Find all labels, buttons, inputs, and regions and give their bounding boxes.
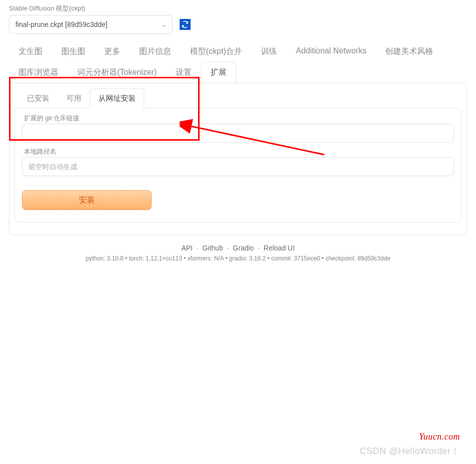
model-label: Stable Diffusion 模型(ckpt) [9, 4, 467, 13]
extensions-panel: 已安装 可用 从网址安装 扩展的 git 仓库链接 本地路径名 安装 [9, 83, 467, 235]
tab-img2img[interactable]: 图生图 [52, 41, 95, 62]
tab-tokenizer[interactable]: 词元分析器(Tokenizer) [68, 62, 166, 83]
repo-url-label: 扩展的 git 仓库链接 [24, 114, 454, 123]
local-path-input[interactable] [22, 157, 454, 176]
local-path-label: 本地路径名 [24, 148, 454, 156]
model-select-value: final-prune.ckpt [89d59c3dde] [15, 20, 107, 28]
version-info: python: 3.10.8 • torch: 1.12.1+cu113 • x… [0, 255, 476, 262]
tab-gallery-browser[interactable]: 图库浏览器 [9, 62, 68, 83]
install-from-url-panel: 扩展的 git 仓库链接 本地路径名 安装 [14, 108, 462, 223]
install-button[interactable]: 安装 [22, 190, 152, 210]
extensions-sub-tabs: 已安装 可用 从网址安装 [14, 88, 462, 108]
footer-link-api[interactable]: API [181, 244, 193, 252]
footer-link-gradio[interactable]: Gradio [233, 244, 254, 252]
tab-image-info[interactable]: 图片信息 [130, 41, 181, 62]
tab-more[interactable]: 更多 [95, 41, 130, 62]
model-select[interactable]: final-prune.ckpt [89d59c3dde] ⌵ [9, 15, 173, 34]
chevron-down-icon: ⌵ [162, 20, 166, 28]
repo-url-input[interactable] [22, 124, 454, 143]
footer-link-github[interactable]: Github [203, 244, 223, 252]
tab-settings[interactable]: 设置 [166, 62, 201, 83]
tab-train[interactable]: 训练 [251, 41, 286, 62]
tab-additional-networks[interactable]: Additional Networks [286, 41, 376, 62]
tab-checkpoint-merge[interactable]: 模型(ckpt)合并 [181, 41, 251, 62]
subtab-available[interactable]: 可用 [58, 88, 90, 108]
main-tabs: 文生图 图生图 更多 图片信息 模型(ckpt)合并 训练 Additional… [0, 41, 476, 83]
footer: API · Github · Gradio · Reload UI python… [0, 244, 476, 262]
subtab-install-from-url[interactable]: 从网址安装 [90, 88, 144, 108]
footer-link-reload-ui[interactable]: Reload UI [263, 244, 294, 252]
refresh-icon [182, 21, 189, 28]
watermark-csdn: CSDN @HelloWorder！ [360, 445, 460, 457]
tab-create-style[interactable]: 创建美术风格 [376, 41, 443, 62]
subtab-installed[interactable]: 已安装 [18, 88, 58, 108]
watermark-yuucn: Yuucn.com [419, 432, 460, 442]
tab-extensions[interactable]: 扩展 [201, 62, 236, 83]
tab-txt2img[interactable]: 文生图 [9, 41, 52, 62]
refresh-button[interactable] [180, 19, 191, 30]
